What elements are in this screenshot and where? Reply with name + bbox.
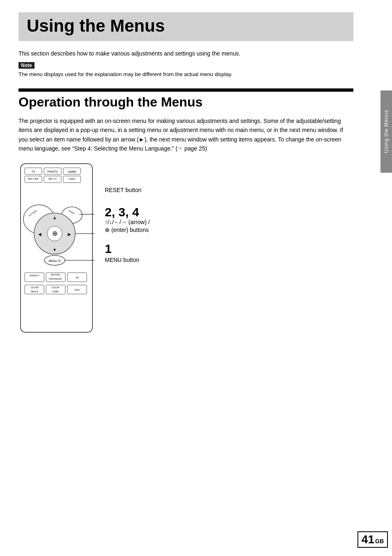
svg-text:ASPECT: ASPECT	[30, 274, 39, 277]
page-number-box: 41 GB	[357, 531, 388, 548]
svg-text:+: +	[67, 232, 69, 236]
svg-text:GAME: GAME	[68, 170, 76, 173]
remote-area: TV PHOTO GAME BRT CINE BRT TV USER PATTE…	[18, 162, 101, 336]
section-title-box: Operation through the Menus	[18, 94, 353, 110]
step234-num: 2, 3, 4	[105, 206, 353, 218]
main-content: Using the Menus This section describes h…	[0, 0, 378, 348]
note-text: The menu displays used for the explanati…	[18, 70, 353, 79]
svg-text:COLOR: COLOR	[51, 286, 60, 289]
page-number: 41	[362, 533, 374, 546]
section-divider	[18, 88, 353, 92]
section-body: The projector is equipped with an on-scr…	[18, 116, 353, 153]
svg-text:+: +	[40, 232, 42, 236]
step1-num: 1	[105, 243, 353, 255]
step234-label-entry: 2, 3, 4 ↑/↓/←/→ (arrow) / ⊕ (enter) butt…	[105, 206, 353, 234]
side-tab-label: Using the Menus	[383, 110, 389, 153]
svg-text:BRT TV: BRT TV	[48, 178, 57, 180]
section-title: Operation through the Menus	[18, 94, 353, 110]
svg-text:⊕: ⊕	[52, 230, 58, 237]
step1-label-entry: 1 MENU button	[105, 243, 353, 263]
svg-text:COLOR: COLOR	[30, 286, 39, 289]
step234-arrow-text: ↑/↓/←/→ (arrow) /	[105, 218, 353, 227]
svg-text:TV: TV	[32, 170, 35, 173]
svg-text:PHOTO: PHOTO	[48, 170, 58, 173]
labels-area: RESET button 2, 3, 4 ↑/↓/←/→ (arrow) / ⊕…	[101, 162, 353, 271]
side-tab: Using the Menus	[380, 90, 392, 173]
svg-text:ENHANCER: ENHANCER	[49, 278, 62, 280]
svg-text:SPACE: SPACE	[31, 290, 39, 293]
reset-label-text: RESET button	[105, 187, 141, 193]
svg-text:TEMP: TEMP	[52, 290, 59, 293]
note-label: Note	[18, 62, 35, 69]
svg-text:USER: USER	[69, 178, 76, 180]
diagram-container: TV PHOTO GAME BRT CINE BRT TV USER PATTE…	[18, 162, 353, 336]
remote-svg: TV PHOTO GAME BRT CINE BRT TV USER PATTE…	[18, 162, 97, 334]
step234-enter-text: ⊕ (enter) buttons	[105, 226, 353, 234]
svg-text:+: +	[54, 247, 56, 251]
svg-text:RCP: RCP	[75, 289, 80, 291]
svg-text:3D: 3D	[76, 276, 79, 279]
page-suffix: GB	[375, 538, 384, 544]
step1-label-text: MENU button	[105, 257, 353, 263]
svg-text:BRT CINE: BRT CINE	[28, 178, 39, 180]
page-title-box: Using the Menus	[18, 12, 353, 41]
svg-text:MOTION: MOTION	[51, 273, 60, 276]
page-title: Using the Menus	[27, 16, 345, 35]
intro-text: This section describes how to make vario…	[18, 49, 353, 58]
svg-text:+: +	[54, 214, 56, 218]
reset-label-entry: RESET button	[105, 186, 353, 194]
svg-text:MENU ⓟ: MENU ⓟ	[48, 259, 61, 262]
